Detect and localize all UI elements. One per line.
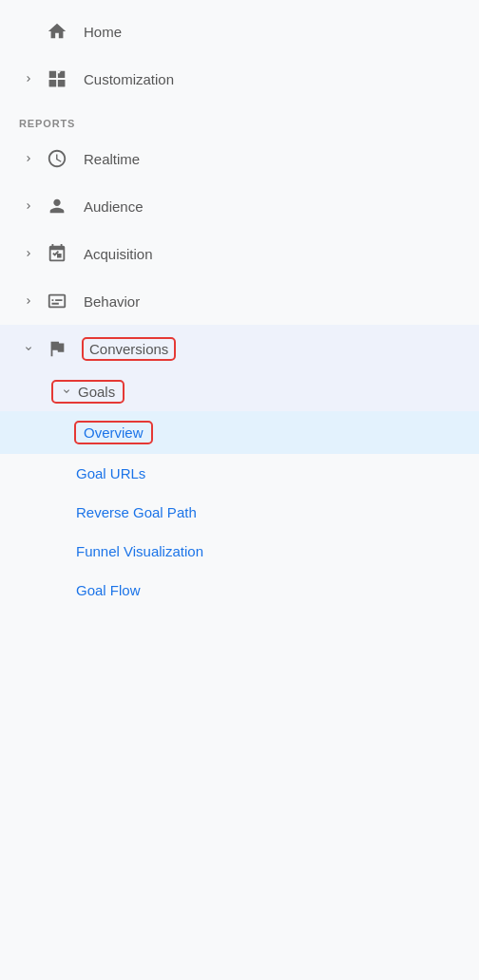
realtime-chevron xyxy=(19,153,38,164)
conversions-chevron xyxy=(19,343,38,354)
sidebar-item-conversions[interactable]: Conversions xyxy=(0,325,479,372)
sidebar-item-funnel-visualization[interactable]: Funnel Visualization xyxy=(0,532,479,571)
sidebar-item-acquisition[interactable]: Acquisition xyxy=(0,230,479,277)
audience-icon xyxy=(42,196,72,217)
sidebar-item-customization[interactable]: Customization xyxy=(0,55,479,103)
acquisition-label: Acquisition xyxy=(84,246,153,262)
customization-icon xyxy=(42,68,72,89)
funnel-visualization-label: Funnel Visualization xyxy=(76,543,203,559)
sidebar-item-reverse-goal-path[interactable]: Reverse Goal Path xyxy=(0,493,479,532)
behavior-icon xyxy=(42,291,72,311)
conversions-icon xyxy=(42,338,72,359)
conversions-label: Conversions xyxy=(84,339,174,359)
sidebar-item-behavior[interactable]: Behavior xyxy=(0,277,479,325)
sidebar-item-audience[interactable]: Audience xyxy=(0,182,479,230)
sidebar-item-goals[interactable]: Goals xyxy=(0,372,479,411)
audience-chevron xyxy=(19,200,38,212)
sidebar-item-goal-flow[interactable]: Goal Flow xyxy=(0,571,479,610)
sidebar-item-home[interactable]: Home xyxy=(0,8,479,55)
customization-chevron xyxy=(19,73,38,85)
behavior-label: Behavior xyxy=(84,293,140,310)
goals-label: Goals xyxy=(78,384,115,400)
goal-flow-label: Goal Flow xyxy=(76,582,141,598)
acquisition-icon xyxy=(42,243,72,264)
reverse-goal-path-label: Reverse Goal Path xyxy=(76,504,197,520)
goals-chevron xyxy=(61,384,72,400)
sidebar-item-realtime[interactable]: Realtime xyxy=(0,135,479,182)
realtime-label: Realtime xyxy=(84,151,140,167)
sidebar-item-goal-urls[interactable]: Goal URLs xyxy=(0,454,479,493)
home-label: Home xyxy=(84,24,122,40)
reports-section-header: REPORTS xyxy=(0,103,479,135)
acquisition-chevron xyxy=(19,248,38,259)
audience-label: Audience xyxy=(84,198,144,215)
sidebar-item-overview[interactable]: Overview xyxy=(0,411,479,454)
home-icon xyxy=(42,21,72,42)
goal-urls-label: Goal URLs xyxy=(76,465,145,481)
behavior-chevron xyxy=(19,295,38,307)
realtime-icon xyxy=(42,148,72,169)
customization-label: Customization xyxy=(84,71,174,87)
overview-label: Overview xyxy=(84,424,144,441)
sidebar: Home Customization REPORTS xyxy=(0,0,479,617)
